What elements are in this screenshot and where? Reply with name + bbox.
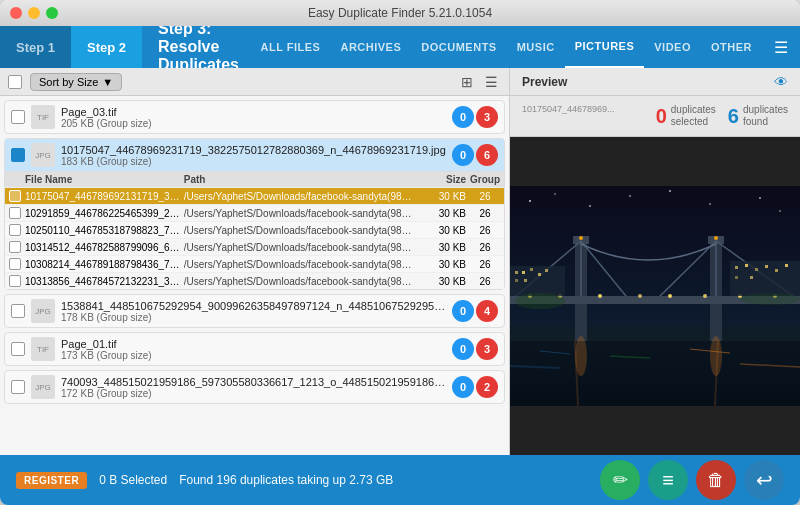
table-row[interactable]: 10314512_446782588799096_6518... /Users/…	[5, 238, 504, 255]
maximize-button[interactable]	[46, 7, 58, 19]
group1-filename: Page_03.tif	[61, 106, 446, 118]
list-icon: ≡	[662, 469, 674, 492]
group5-badge: 0 2	[452, 376, 498, 398]
row4-check[interactable]	[9, 241, 25, 253]
undo-action-button[interactable]: ↩	[744, 460, 784, 500]
svg-point-7	[759, 197, 761, 199]
group-header-2[interactable]: JPG 10175047_44678969231719_382257501278…	[5, 139, 504, 171]
col-path-header: Path	[184, 174, 420, 185]
register-button[interactable]: REGISTER	[16, 472, 87, 489]
group2-checkbox[interactable]	[11, 148, 25, 162]
group3-badge: 0 4	[452, 300, 498, 322]
minimize-button[interactable]	[28, 7, 40, 19]
row5-name: 10308214_446789188798436_7476...	[25, 259, 184, 270]
row2-check[interactable]	[9, 207, 25, 219]
list-action-button[interactable]: ≡	[648, 460, 688, 500]
tab-documents[interactable]: DOCUMENTS	[411, 26, 506, 68]
svg-rect-50	[785, 264, 788, 267]
step2-button[interactable]: Step 2	[71, 26, 142, 68]
delete-action-button[interactable]: 🗑	[696, 460, 736, 500]
group1-badge-left: 0	[452, 106, 474, 128]
group5-filesize: 172 KB (Group size)	[61, 388, 446, 399]
group-header-1[interactable]: TIF Page_03.tif 205 KB (Group size) 0 3	[5, 101, 504, 133]
table-row[interactable]: 10308214_446789188798436_7476... /Users/…	[5, 255, 504, 272]
menu-icon[interactable]: ☰	[762, 38, 800, 57]
sort-button[interactable]: Sort by Size ▼	[30, 73, 122, 91]
group1-checkbox[interactable]	[11, 110, 25, 124]
close-button[interactable]	[10, 7, 22, 19]
toolbar-row: Sort by Size ▼ ⊞ ☰	[0, 68, 509, 96]
svg-point-54	[740, 293, 800, 305]
row6-check[interactable]	[9, 275, 25, 287]
tab-all-files[interactable]: ALL FILES	[251, 26, 331, 68]
file-list[interactable]: TIF Page_03.tif 205 KB (Group size) 0 3	[0, 96, 509, 455]
row1-check[interactable]	[9, 190, 25, 202]
group1-file-icon: TIF	[31, 105, 55, 129]
duplicates-selected-label: duplicatesselected	[671, 104, 716, 128]
sort-label: Sort by Size	[39, 76, 98, 88]
group3-checkbox[interactable]	[11, 304, 25, 318]
row5-check[interactable]	[9, 258, 25, 270]
group3-badge-left: 0	[452, 300, 474, 322]
svg-rect-47	[755, 268, 758, 271]
list-view-icon[interactable]: ☰	[481, 72, 501, 92]
row3-check[interactable]	[9, 224, 25, 236]
edit-action-button[interactable]: ✏	[600, 460, 640, 500]
preview-eye-icon[interactable]: 👁	[774, 74, 788, 90]
step1-button[interactable]: Step 1	[0, 26, 71, 68]
svg-rect-44	[524, 279, 527, 282]
row2-name: 10291859_446786225465399_2003...	[25, 208, 184, 219]
group2-table: File Name Path Size Group 10175047_44678…	[5, 171, 504, 289]
nav-bar: Step 1 Step 2 Step 3: Resolve Duplicates…	[0, 26, 800, 68]
row3-group: 26	[470, 225, 500, 236]
tab-pictures[interactable]: PICTURES	[565, 26, 645, 68]
table-row[interactable]: 10175047_446789692131719_3822... /Users/…	[5, 187, 504, 204]
group-header-5[interactable]: JPG 740093_448515021959186_5973055803366…	[5, 371, 504, 403]
row4-path: /Users/YaphetS/Downloads/facebook-sandyt…	[184, 242, 420, 253]
svg-rect-52	[750, 276, 753, 279]
group5-checkbox[interactable]	[11, 380, 25, 394]
select-all-checkbox[interactable]	[8, 75, 22, 89]
undo-icon: ↩	[756, 468, 773, 492]
group-header-3[interactable]: JPG 1538841_448510675292954_900996263584…	[5, 295, 504, 327]
main-content: Sort by Size ▼ ⊞ ☰ TIF Page_03	[0, 68, 800, 455]
row6-path: /Users/YaphetS/Downloads/facebook-sandyt…	[184, 276, 420, 287]
file-group-5: JPG 740093_448515021959186_5973055803366…	[4, 370, 505, 404]
table-row[interactable]: 10291859_446786225465399_2003... /Users/…	[5, 204, 504, 221]
table-row[interactable]: 10313856_446784572132231_3659... /Users/…	[5, 272, 504, 289]
group2-filesize: 183 KB (Group size)	[61, 156, 446, 167]
group4-file-info: Page_01.tif 173 KB (Group size)	[61, 338, 446, 361]
row1-size: 30 KB	[420, 191, 470, 202]
bottom-actions: ✏ ≡ 🗑 ↩	[600, 460, 784, 500]
table-row[interactable]: 10250110_446785318798823_7629... /Users/…	[5, 221, 504, 238]
row4-group: 26	[470, 242, 500, 253]
group4-badge-left: 0	[452, 338, 474, 360]
grid-view-icon[interactable]: ⊞	[457, 72, 477, 92]
svg-point-8	[779, 210, 781, 212]
tab-other[interactable]: OTHER	[701, 26, 762, 68]
svg-rect-45	[735, 266, 738, 269]
svg-point-20	[714, 236, 718, 240]
main-window: Easy Duplicate Finder 5.21.0.1054 Step 1…	[0, 0, 800, 505]
group1-badge: 0 3	[452, 106, 498, 128]
file-group-4: TIF Page_01.tif 173 KB (Group size) 0 3	[4, 332, 505, 366]
group2-badge: 0 6	[452, 144, 498, 166]
tab-archives[interactable]: ARCHIVES	[330, 26, 411, 68]
svg-rect-42	[545, 269, 548, 272]
group3-filename: 1538841_448510675292954_9009962635849789…	[61, 300, 446, 312]
svg-rect-39	[522, 271, 525, 274]
bottom-bar: REGISTER 0 B Selected Found 196 duplicat…	[0, 455, 800, 505]
row6-size: 30 KB	[420, 276, 470, 287]
row6-name: 10313856_446784572132231_3659...	[25, 276, 184, 287]
group-header-4[interactable]: TIF Page_01.tif 173 KB (Group size) 0 3	[5, 333, 504, 365]
svg-rect-46	[745, 264, 748, 267]
svg-rect-48	[765, 265, 768, 268]
bridge-svg	[510, 137, 800, 455]
row3-name: 10250110_446785318798823_7629...	[25, 225, 184, 236]
group2-badge-left: 0	[452, 144, 474, 166]
group5-badge-right: 2	[476, 376, 498, 398]
tab-music[interactable]: MUSIC	[507, 26, 565, 68]
tab-video[interactable]: VIDEO	[644, 26, 701, 68]
left-panel: Sort by Size ▼ ⊞ ☰ TIF Page_03	[0, 68, 510, 455]
group4-checkbox[interactable]	[11, 342, 25, 356]
